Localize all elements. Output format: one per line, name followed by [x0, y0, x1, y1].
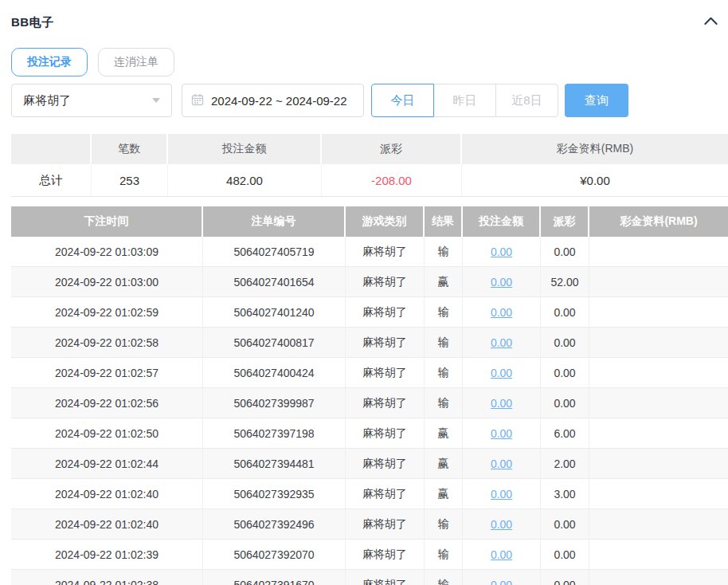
col-payout: 派彩: [541, 206, 589, 237]
summary-table: 笔数 投注金额 派彩 彩金资料(RMB) 总计 253 482.00 -208.…: [11, 134, 728, 197]
bet-time-cell: 2024-09-22 01:02:40: [11, 479, 203, 508]
table-body: 2024-09-22 01:03:09 5064027405719 麻将胡了 输…: [11, 237, 728, 585]
order-id-cell: 5064027399987: [203, 388, 346, 418]
summary-total-bonus: ¥0.00: [462, 164, 728, 196]
bonus-cell: [589, 509, 728, 539]
payout-cell: 0.00: [541, 297, 589, 327]
bet-time-cell: 2024-09-22 01:02:38: [11, 570, 203, 585]
bet-time-cell: 2024-09-22 01:02:59: [11, 297, 203, 327]
payout-cell: 6.00: [541, 418, 589, 448]
table-row: 2024-09-22 01:02:58 5064027400817 麻将胡了 输…: [11, 328, 728, 358]
bet-amount-cell: 0.00: [463, 297, 541, 327]
bet-amount-cell: 0.00: [463, 418, 541, 448]
table-row: 2024-09-22 01:02:39 5064027392070 麻将胡了 输…: [11, 540, 728, 570]
bonus-cell: [589, 358, 728, 387]
result-cell: 输: [425, 328, 463, 357]
order-id-cell: 5064027405719: [203, 237, 346, 266]
table-row: 2024-09-22 01:02:38 5064027391670 麻将胡了 输…: [11, 570, 728, 585]
bonus-cell: [589, 328, 728, 357]
col-bet-time: 下注时间: [11, 206, 203, 237]
order-id-cell: 5064027400817: [203, 328, 346, 357]
bet-time-cell: 2024-09-22 01:02:56: [11, 388, 203, 418]
bet-time-cell: 2024-09-22 01:03:09: [11, 237, 203, 266]
result-cell: 输: [425, 540, 463, 569]
bonus-cell: [589, 418, 728, 448]
bet-amount-link[interactable]: 0.00: [491, 427, 512, 440]
bet-amount-link[interactable]: 0.00: [491, 457, 512, 470]
result-cell: 输: [425, 570, 463, 585]
bonus-cell: [589, 479, 728, 508]
summary-total-label: 总计: [11, 164, 92, 196]
game-type-cell: 麻将胡了: [346, 540, 425, 569]
bet-time-cell: 2024-09-22 01:02:39: [11, 540, 203, 569]
bet-amount-cell: 0.00: [463, 540, 541, 569]
table-row: 2024-09-22 01:02:40 5064027392935 麻将胡了 赢…: [11, 479, 728, 509]
payout-cell: 0.00: [541, 509, 589, 539]
payout-cell: 3.00: [541, 479, 589, 508]
bonus-cell: [589, 267, 728, 296]
bet-amount-link[interactable]: 0.00: [491, 518, 512, 531]
bet-amount-cell: 0.00: [463, 388, 541, 418]
tab-cancelled-bets[interactable]: 连消注单: [98, 48, 174, 77]
bonus-cell: [589, 449, 728, 478]
bet-amount-link[interactable]: 0.00: [491, 336, 512, 349]
today-button[interactable]: 今日: [371, 84, 434, 117]
result-cell: 输: [425, 358, 463, 387]
col-order-id: 注单编号: [203, 206, 346, 237]
bonus-cell: [589, 237, 728, 266]
table-row: 2024-09-22 01:02:59 5064027401240 麻将胡了 输…: [11, 297, 728, 328]
date-range-input[interactable]: 2024-09-22 ~ 2024-09-22: [182, 84, 364, 117]
bet-amount-link[interactable]: 0.00: [491, 367, 512, 379]
summary-header-payout: 派彩: [322, 134, 462, 164]
bet-amount-link[interactable]: 0.00: [491, 276, 512, 289]
bet-amount-link[interactable]: 0.00: [491, 245, 512, 258]
summary-header-blank: [11, 134, 92, 164]
bet-amount-link[interactable]: 0.00: [491, 548, 512, 561]
game-select[interactable]: 麻将胡了: [11, 84, 172, 117]
order-id-cell: 5064027400424: [203, 358, 346, 387]
col-bet-amount: 投注金额: [463, 206, 541, 237]
result-cell: 输: [425, 509, 463, 539]
game-type-cell: 麻将胡了: [346, 328, 425, 357]
game-type-cell: 麻将胡了: [346, 237, 425, 266]
payout-cell: 0.00: [541, 570, 589, 585]
bet-amount-link[interactable]: 0.00: [491, 488, 512, 501]
bet-amount-cell: 0.00: [463, 449, 541, 478]
bet-amount-link[interactable]: 0.00: [491, 306, 512, 319]
bonus-cell: [589, 570, 728, 585]
result-cell: 输: [425, 388, 463, 418]
bet-time-cell: 2024-09-22 01:02:58: [11, 328, 203, 357]
summary-header-count: 笔数: [92, 134, 168, 164]
payout-cell: 0.00: [541, 328, 589, 357]
bet-amount-cell: 0.00: [463, 237, 541, 266]
collapse-button[interactable]: [703, 15, 718, 29]
game-type-cell: 麻将胡了: [346, 267, 425, 296]
bet-amount-link[interactable]: 0.00: [491, 579, 512, 585]
payout-cell: 0.00: [541, 540, 589, 569]
yesterday-button[interactable]: 昨日: [433, 84, 496, 117]
calendar-icon: [191, 93, 204, 108]
bonus-cell: [589, 297, 728, 327]
table-row: 2024-09-22 01:02:44 5064027394481 麻将胡了 赢…: [11, 449, 728, 479]
game-type-cell: 麻将胡了: [346, 388, 425, 418]
table-row: 2024-09-22 01:02:56 5064027399987 麻将胡了 输…: [11, 388, 728, 418]
search-button[interactable]: 查询: [565, 84, 628, 117]
last-8-days-button[interactable]: 近8日: [495, 84, 558, 117]
bet-amount-cell: 0.00: [463, 358, 541, 387]
order-id-cell: 5064027401240: [203, 297, 346, 327]
bet-amount-cell: 0.00: [463, 570, 541, 585]
bet-time-cell: 2024-09-22 01:02:40: [11, 509, 203, 539]
filter-bar: 麻将胡了 2024-09-22 ~ 2024-09-22: [11, 84, 728, 117]
tab-betting-records[interactable]: 投注记录: [11, 48, 88, 77]
panel-header: BB电子: [11, 10, 728, 35]
table-row: 2024-09-22 01:03:00 5064027401654 麻将胡了 赢…: [11, 267, 728, 297]
game-type-cell: 麻将胡了: [346, 570, 425, 585]
game-type-cell: 麻将胡了: [346, 449, 425, 478]
summary-header-bet-amount: 投注金额: [168, 134, 322, 164]
payout-cell: 0.00: [541, 388, 589, 418]
chevron-up-icon: [703, 15, 718, 29]
bet-amount-link[interactable]: 0.00: [491, 397, 512, 410]
table-row: 2024-09-22 01:02:50 5064027397198 麻将胡了 赢…: [11, 418, 728, 449]
order-id-cell: 5064027397198: [203, 418, 346, 448]
col-result: 结果: [425, 206, 463, 237]
